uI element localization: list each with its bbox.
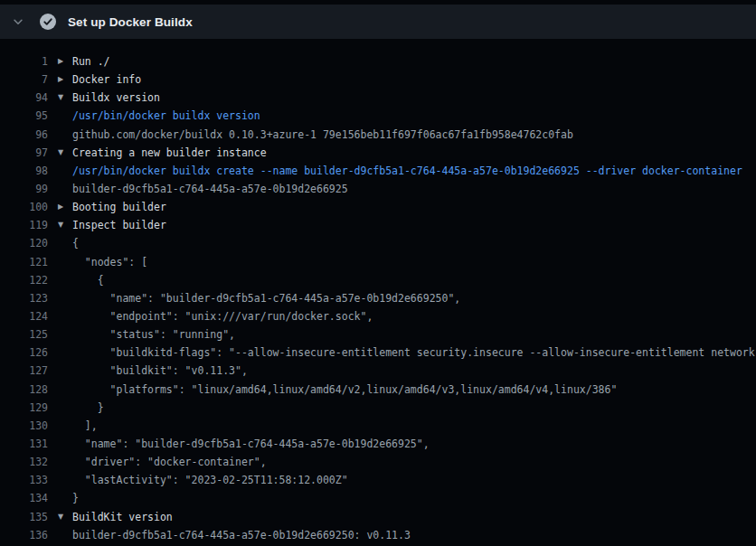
gutter-spacer [48, 162, 72, 180]
check-circle-icon [40, 14, 56, 30]
line-number[interactable]: 125 [0, 325, 48, 344]
gutter-spacer [48, 180, 72, 198]
line-number[interactable]: 134 [0, 489, 48, 507]
line-number[interactable]: 129 [0, 399, 48, 417]
triangle-right-icon[interactable]: ▶ [48, 198, 72, 216]
line-number[interactable]: 99 [0, 180, 48, 198]
triangle-right-icon[interactable]: ▶ [48, 71, 72, 89]
log-text: Creating a new builder instance [72, 144, 267, 162]
gutter-spacer [48, 489, 72, 507]
gutter-spacer [48, 435, 72, 453]
gutter-spacer [48, 253, 72, 271]
line-number[interactable]: 136 [0, 526, 48, 544]
line-number[interactable]: 96 [0, 126, 48, 144]
gutter-spacer [48, 271, 72, 289]
log-text: "nodes": [ [72, 253, 147, 271]
gutter-spacer [48, 471, 72, 489]
line-number[interactable]: 133 [0, 471, 48, 489]
log-line: 120 { [0, 234, 756, 252]
log-line: 124 "endpoint": "unix:///var/run/docker.… [0, 307, 756, 325]
log-line: 121 "nodes": [ [0, 253, 756, 271]
line-number[interactable]: 100 [0, 198, 48, 216]
log-line: 127 "buildkit": "v0.11.3", [0, 362, 756, 380]
line-number[interactable]: 128 [0, 381, 48, 399]
log-line: 98 /usr/bin/docker buildx create --name … [0, 162, 756, 180]
log-line[interactable]: 94 ▼ Buildx version [0, 89, 756, 107]
log-line: 95 /usr/bin/docker buildx version [0, 107, 756, 125]
log-text: "buildkitd-flags": "--allow-insecure-ent… [72, 344, 756, 362]
line-number[interactable]: 132 [0, 453, 48, 471]
log-line: 126 "buildkitd-flags": "--allow-insecure… [0, 344, 756, 362]
log-line: 131 "name": "builder-d9cfb5a1-c764-445a-… [0, 435, 756, 453]
log-text: { [72, 234, 79, 252]
gutter-spacer [48, 325, 72, 344]
log-text: "driver": "docker-container", [72, 453, 267, 471]
line-number[interactable]: 130 [0, 417, 48, 435]
log-text: Run ./ [72, 52, 110, 71]
line-number[interactable]: 1 [0, 52, 48, 71]
line-number[interactable]: 122 [0, 271, 48, 289]
log-line: 133 "lastActivity": "2023-02-25T11:58:12… [0, 471, 756, 489]
log-line[interactable]: 97 ▼ Creating a new builder instance [0, 144, 756, 162]
gutter-spacer [48, 417, 72, 435]
gutter-spacer [48, 344, 72, 362]
line-number[interactable]: 135 [0, 508, 48, 526]
log-text: "name": "builder-d9cfb5a1-c764-445a-a57e… [72, 435, 430, 453]
log-text: } [72, 489, 79, 507]
gutter-spacer [48, 289, 72, 307]
step-header[interactable]: Set up Docker Buildx [0, 5, 756, 39]
log-text: "status": "running", [72, 325, 235, 344]
log-line[interactable]: 100 ▶ Booting builder [0, 198, 756, 216]
log-text: ], [72, 417, 98, 435]
log-text: /usr/bin/docker buildx create --name bui… [72, 162, 742, 180]
log-line[interactable]: 1 ▶ Run ./ [0, 52, 756, 71]
line-number[interactable]: 94 [0, 89, 48, 107]
log-line[interactable]: 7 ▶ Docker info [0, 71, 756, 89]
line-number[interactable]: 95 [0, 107, 48, 125]
log-text: builder-d9cfb5a1-c764-445a-a57e-0b19d2e6… [72, 526, 411, 544]
line-number[interactable]: 119 [0, 216, 48, 234]
log-text: "platforms": "linux/amd64,linux/amd64/v2… [72, 381, 617, 399]
log-text: BuildKit version [72, 508, 173, 526]
log-line: 130 ], [0, 417, 756, 435]
log-text: "lastActivity": "2023-02-25T11:58:12.000… [72, 471, 348, 489]
gutter-spacer [48, 526, 72, 544]
step-title: Set up Docker Buildx [68, 15, 193, 29]
log-line: 136 builder-d9cfb5a1-c764-445a-a57e-0b19… [0, 526, 756, 544]
log-line[interactable]: 119 ▼ Inspect builder [0, 216, 756, 234]
gutter-spacer [48, 234, 72, 252]
log-text: "name": "builder-d9cfb5a1-c764-445a-a57e… [72, 289, 460, 307]
triangle-right-icon[interactable]: ▶ [48, 52, 72, 71]
log-text: } [72, 399, 104, 417]
gutter-spacer [48, 307, 72, 325]
triangle-down-icon[interactable]: ▼ [48, 508, 72, 526]
line-number[interactable]: 126 [0, 344, 48, 362]
log-line: 99 builder-d9cfb5a1-c764-445a-a57e-0b19d… [0, 180, 756, 198]
triangle-down-icon[interactable]: ▼ [48, 216, 72, 234]
line-number[interactable]: 121 [0, 253, 48, 271]
log-text: "endpoint": "unix:///var/run/docker.sock… [72, 307, 373, 325]
gutter-spacer [48, 107, 72, 125]
log-line[interactable]: 135 ▼ BuildKit version [0, 508, 756, 526]
line-number[interactable]: 7 [0, 71, 48, 89]
line-number[interactable]: 97 [0, 144, 48, 162]
log-line: 123 "name": "builder-d9cfb5a1-c764-445a-… [0, 289, 756, 307]
log-text: Booting builder [72, 198, 166, 216]
log-line: 96 github.com/docker/buildx 0.10.3+azure… [0, 126, 756, 144]
gutter-spacer [48, 126, 72, 144]
log-text: Docker info [72, 71, 141, 89]
line-number[interactable]: 127 [0, 362, 48, 380]
line-number[interactable]: 120 [0, 234, 48, 252]
log-line: 122 { [0, 271, 756, 289]
triangle-down-icon[interactable]: ▼ [48, 144, 72, 162]
chevron-down-icon[interactable] [12, 15, 33, 28]
line-number[interactable]: 98 [0, 162, 48, 180]
triangle-down-icon[interactable]: ▼ [48, 89, 72, 107]
line-number[interactable]: 131 [0, 435, 48, 453]
log-line: 128 "platforms": "linux/amd64,linux/amd6… [0, 381, 756, 399]
gutter-spacer [48, 362, 72, 380]
gutter-spacer [48, 453, 72, 471]
line-number[interactable]: 123 [0, 289, 48, 307]
log-text: Buildx version [72, 89, 160, 107]
line-number[interactable]: 124 [0, 307, 48, 325]
